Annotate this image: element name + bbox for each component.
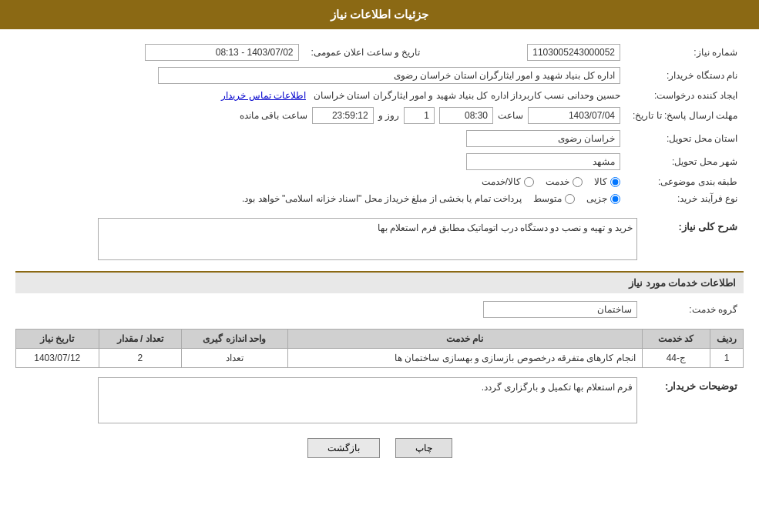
city-label: شهر محل تحویل:	[626, 150, 744, 173]
type-motavasset[interactable]: متوسط	[533, 193, 575, 204]
deadline-date: 1403/07/04	[528, 107, 620, 124]
province-value: خراسان رضوی	[466, 130, 620, 147]
col-header-name: نام خدمت	[287, 330, 642, 349]
description-table: شرح کلی نیاز: خرید و تهیه و نصب دو دستگا…	[15, 215, 744, 263]
announcement-date-value: 1403/07/02 - 08:13	[145, 44, 299, 61]
info-table: شماره نیاز: 1103005243000052 تاریخ و ساع…	[15, 41, 744, 207]
deadline-remaining-label: ساعت باقی مانده	[240, 110, 307, 121]
print-button[interactable]: چاپ	[395, 438, 452, 458]
category-kala-khedmat[interactable]: کالا/خدمت	[482, 176, 534, 187]
announcement-date-label: تاریخ و ساعت اعلان عمومی:	[305, 41, 444, 64]
buyer-name-value: اداره کل بنیاد شهید و امور ایثارگران است…	[158, 67, 620, 84]
cell-code: ج-44	[642, 349, 710, 368]
contact-info-link[interactable]: اطلاعات تماس خریدار	[221, 90, 306, 101]
purchase-type-label: نوع فرآیند خرید:	[626, 190, 744, 207]
buyer-description-value: فرم استعلام بها تکمیل و بارگزاری گردد.	[98, 377, 637, 423]
page-header: جزئیات اطلاعات نیاز	[0, 0, 759, 29]
col-header-unit: واحد اندازه گیری	[182, 330, 288, 349]
page-title: جزئیات اطلاعات نیاز	[331, 8, 428, 21]
description-value: خرید و تهیه و نصب دو دستگاه درب اتوماتیک…	[98, 218, 637, 260]
back-button[interactable]: بازگشت	[307, 438, 380, 458]
service-group-value: ساختمان	[483, 301, 637, 318]
col-header-row: ردیف	[710, 330, 744, 349]
col-header-code: کد خدمت	[642, 330, 710, 349]
request-number-label: شماره نیاز:	[626, 41, 744, 64]
request-number-value: 1103005243000052	[527, 44, 620, 61]
category-khedmat[interactable]: خدمت	[546, 176, 583, 187]
cell-unit: تعداد	[182, 349, 288, 368]
creator-label: ایجاد کننده درخواست:	[626, 87, 744, 104]
purchase-type-note: پرداخت تمام یا بخشی از مبلغ خریداز محل "…	[242, 193, 522, 204]
type-jozi[interactable]: جزیی	[586, 193, 620, 204]
province-label: استان محل تحویل:	[626, 127, 744, 150]
creator-value: حسین وحدانی نسب کاربرداز اداره کل بنیاد …	[314, 90, 620, 101]
category-kala-label: کالا	[594, 176, 607, 187]
deadline-remaining: 23:59:12	[312, 107, 374, 124]
buyer-description-label: توضیحات خریدار:	[643, 374, 744, 427]
cell-row: 1	[710, 349, 744, 368]
service-group-label: گروه خدمت:	[643, 298, 744, 321]
type-jozi-label: جزیی	[586, 193, 607, 204]
button-row: چاپ بازگشت	[15, 438, 744, 458]
services-table: ردیف کد خدمت نام خدمت واحد اندازه گیری ت…	[15, 329, 744, 368]
cell-name: انجام کارهای متفرقه درخصوص بازسازی و بهس…	[287, 349, 642, 368]
col-header-date: تاریخ نیاز	[16, 330, 99, 349]
deadline-time-label: ساعت	[498, 110, 523, 121]
service-group-table: گروه خدمت: ساختمان	[15, 298, 744, 321]
category-khedmat-label: خدمت	[546, 176, 569, 187]
type-motavasset-label: متوسط	[533, 193, 562, 204]
deadline-time: 08:30	[439, 107, 493, 124]
cell-date: 1403/07/12	[16, 349, 99, 368]
city-value: مشهد	[466, 153, 620, 170]
description-label: شرح کلی نیاز:	[643, 215, 744, 263]
deadline-days: 1	[404, 107, 435, 124]
table-row: 1 ج-44 انجام کارهای متفرقه درخصوص بازساز…	[16, 349, 744, 368]
category-kala[interactable]: کالا	[594, 176, 620, 187]
deadline-days-label: روز و	[378, 110, 399, 121]
services-section-header: اطلاعات خدمات مورد نیاز	[15, 271, 744, 293]
buyer-name-label: نام دستگاه خریدار:	[626, 64, 744, 87]
cell-qty: 2	[99, 349, 181, 368]
buyer-description-table: توضیحات خریدار: فرم استعلام بها تکمیل و …	[15, 374, 744, 427]
category-label: طبقه بندی موضوعی:	[626, 173, 744, 190]
category-kala-khedmat-label: کالا/خدمت	[482, 176, 521, 187]
col-header-qty: تعداد / مقدار	[99, 330, 181, 349]
deadline-label: مهلت ارسال پاسخ: تا تاریخ:	[626, 104, 744, 127]
